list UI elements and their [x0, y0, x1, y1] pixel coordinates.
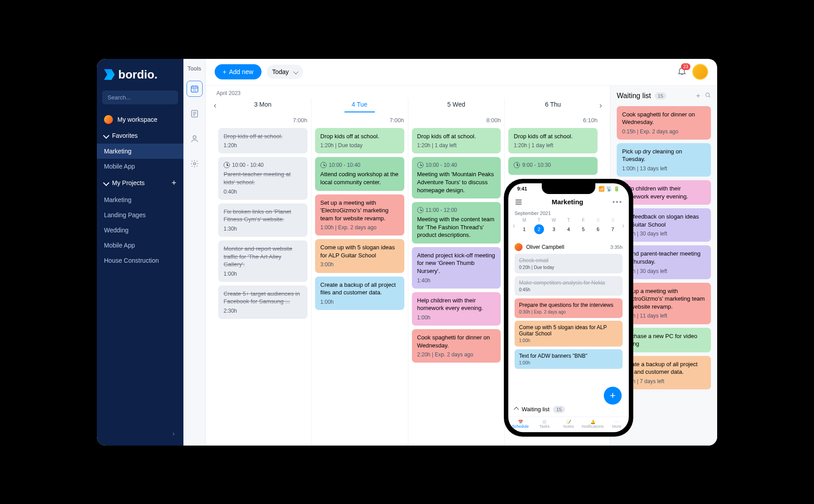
phone-user-hours: 3:35h — [610, 244, 623, 250]
card-title: Drop kids off at school. — [417, 132, 496, 140]
waiting-card[interactable]: Cook spaghetti for dinner on Wednesday.0… — [617, 106, 711, 140]
task-card[interactable]: Create 5+ target audiences in Facebook f… — [218, 285, 307, 319]
card-meta: 1:00h | Exp. 2 days ago — [320, 224, 399, 231]
phone-day[interactable]: W3 — [549, 218, 559, 234]
card-meta: 0:20h | Due today — [519, 265, 618, 270]
today-button[interactable]: Today — [267, 65, 303, 79]
phone-day[interactable]: T4 — [564, 218, 573, 234]
add-new-button[interactable]: + Add new — [215, 64, 262, 79]
nav-label: Tasks — [532, 424, 557, 429]
workspace-label: My workspace — [117, 116, 157, 123]
card-title: Meeting with 'Mountain Peaks Adventure T… — [417, 170, 496, 194]
day-header[interactable]: 4 Tue — [311, 98, 408, 112]
card-meta: 1:20h | 1 day left — [514, 142, 592, 149]
workspace-item[interactable]: My workspace — [97, 112, 183, 128]
card-meta: 0:45h — [519, 287, 618, 292]
add-project-icon[interactable]: + — [171, 178, 176, 188]
phone-task-card[interactable]: Check email0:20h | Due today — [515, 254, 623, 273]
day-header[interactable]: 6 Thu — [505, 98, 601, 112]
card-title: Meeting with the content team for 'The F… — [417, 215, 496, 239]
waiting-list-title: Waiting list — [617, 92, 651, 100]
sidebar-item-landing-pages[interactable]: Landing Pages — [97, 207, 183, 223]
task-card[interactable]: 9:00 - 10:30 — [508, 157, 598, 175]
task-card[interactable]: 10:00 - 10:40Attend coding workshop at t… — [315, 157, 404, 190]
phone-more-icon[interactable]: ••• — [612, 198, 623, 206]
search-box[interactable] — [102, 91, 178, 104]
sidebar-item-mobile-app[interactable]: Mobile App — [97, 238, 183, 253]
task-card[interactable]: 11:00 - 12:00Meeting with the content te… — [412, 202, 501, 244]
phone-task-card[interactable]: Prepare the questions for the interviews… — [515, 298, 623, 318]
sidebar-item-house-construction[interactable]: House Construction — [97, 253, 183, 268]
task-card[interactable]: Cook spaghetti for dinner on Wednesday.2… — [412, 329, 501, 363]
card-meta: 1:00h | 13 days left — [622, 165, 706, 172]
task-card[interactable]: Drop kids off at school.1:20h | 1 day le… — [412, 128, 501, 154]
phone-day[interactable]: M1 — [519, 218, 529, 234]
settings-tool-icon[interactable] — [187, 156, 203, 172]
task-card[interactable]: Come up with 5 slogan ideas for ALP Guit… — [315, 239, 404, 273]
task-card[interactable]: Help children with their homework every … — [412, 292, 501, 326]
phone-day[interactable]: T2 — [534, 218, 544, 234]
svg-point-5 — [193, 162, 195, 165]
card-meta: 1:20h | 1 day left — [417, 142, 496, 149]
notifications-button[interactable]: 23 — [677, 66, 687, 78]
task-card[interactable]: 10:00 - 10:40Meeting with 'Mountain Peak… — [412, 157, 501, 198]
task-card[interactable]: Monitor and report website traffic for '… — [218, 240, 307, 282]
add-waiting-icon[interactable]: + — [696, 92, 700, 100]
chevron-down-icon — [103, 132, 109, 138]
phone-nav-more[interactable]: ⋯More — [605, 417, 629, 432]
people-tool-icon[interactable] — [187, 131, 203, 147]
card-title: Text for ADW banners "BNB" — [519, 353, 618, 359]
phone-day[interactable]: S6 — [593, 218, 603, 234]
task-card[interactable]: Create a backup of all project files and… — [315, 277, 404, 310]
card-meta: 2:30h — [224, 307, 302, 314]
sidebar-item-marketing[interactable]: Marketing — [97, 192, 183, 207]
card-meta: 1:00h | 30 days left — [622, 230, 706, 237]
user-avatar[interactable] — [692, 64, 708, 80]
nav-label: Schedule — [508, 424, 532, 429]
task-card[interactable]: Set up a meeting with 'ElectroGizmo's' m… — [315, 194, 404, 236]
collapse-sidebar[interactable] — [97, 423, 183, 446]
notes-tool-icon[interactable] — [187, 106, 203, 122]
phone-nav-schedule[interactable]: 📅Schedule — [508, 417, 532, 432]
task-card[interactable]: Drop kids off at school.1:20h | 1 day le… — [508, 128, 598, 154]
day-total-hours: 7:00h — [218, 117, 307, 124]
phone-next-week[interactable]: › — [620, 222, 626, 230]
logo[interactable]: bordio. — [97, 59, 183, 91]
calendar-tool-icon[interactable]: 31 — [187, 81, 203, 97]
search-input[interactable] — [108, 94, 183, 101]
phone-task-card[interactable]: Make competitors analysis for Nokia0:45h — [515, 276, 623, 296]
card-meta: 1:00h | 7 days left — [622, 378, 706, 385]
projects-label: My Projects — [112, 179, 145, 186]
clock-icon — [514, 162, 520, 168]
day-header[interactable]: 3 Mon — [215, 98, 311, 112]
favorites-header[interactable]: Favorites — [97, 128, 183, 144]
waiting-card[interactable]: Pick up dry cleaning on Tuesday.1:00h | … — [617, 143, 711, 177]
phone-add-button[interactable]: + — [604, 387, 622, 405]
phone-nav-notes[interactable]: 📝Notes — [557, 417, 581, 432]
card-title: Attend parent-teacher meeting on Thursda… — [622, 250, 706, 265]
phone-day[interactable]: S7 — [608, 218, 618, 234]
sidebar-item-wedding[interactable]: Wedding — [97, 223, 183, 238]
task-card[interactable]: 10:00 - 10:40Parent-teacher meeting at k… — [218, 157, 307, 199]
card-meta: 0:30h | Exp. 2 days ago — [519, 310, 618, 314]
phone-menu-icon[interactable] — [515, 198, 523, 206]
sidebar-item-marketing[interactable]: Marketing — [97, 144, 183, 159]
phone-prev-week[interactable]: ‹ — [511, 222, 517, 230]
card-time: 9:00 - 10:30 — [522, 161, 551, 169]
phone-day[interactable]: F5 — [578, 218, 588, 234]
search-waiting-icon[interactable] — [705, 92, 711, 98]
phone-task-card[interactable]: Come up with 5 slogan ideas for ALP Guit… — [515, 321, 623, 347]
task-card[interactable]: Attend project kick-off meeting for new … — [412, 247, 501, 289]
task-card[interactable]: Drop kids off at school.1:20h — [218, 128, 307, 154]
phone-task-card[interactable]: Text for ADW banners "BNB"1:00h — [515, 349, 623, 369]
favorites-label: Favorites — [112, 132, 138, 139]
phone-nav-notifications[interactable]: 🔔Notifications — [581, 417, 605, 432]
task-card[interactable]: Fix broken links on 'Planet Fitness Gym'… — [218, 203, 307, 237]
projects-header[interactable]: My Projects + — [97, 174, 183, 192]
day-header[interactable]: 5 Wed — [408, 98, 505, 112]
nav-icon: ⋯ — [605, 420, 629, 424]
month-label: April 2023 — [215, 90, 601, 96]
task-card[interactable]: Drop kids off at school.1:20h | Due toda… — [315, 128, 404, 154]
sidebar-item-mobile-app[interactable]: Mobile App — [97, 159, 183, 174]
phone-nav-tasks[interactable]: ☑Tasks — [532, 417, 557, 432]
